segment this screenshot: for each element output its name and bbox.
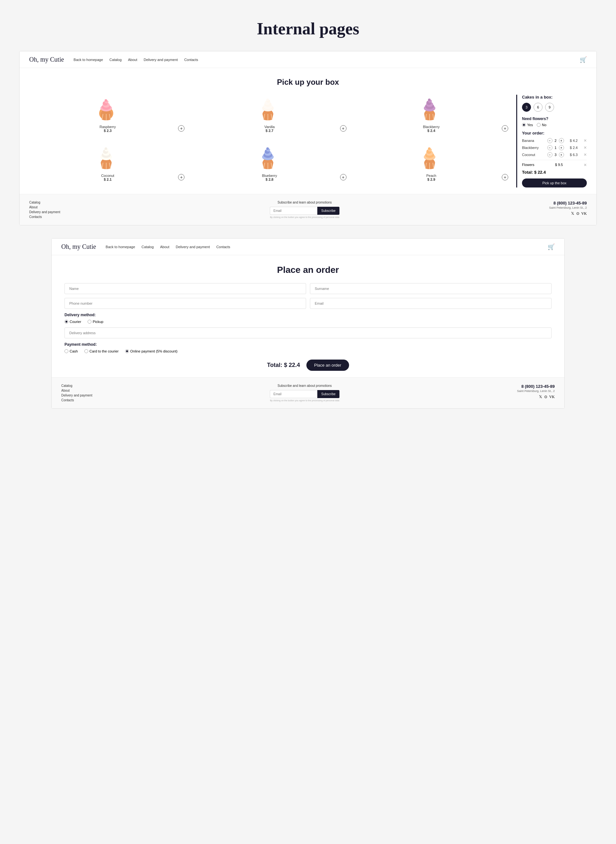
nav2-link-about[interactable]: About <box>160 245 169 249</box>
footer2-catalog[interactable]: Catalog <box>61 384 92 388</box>
footer-contacts[interactable]: Contacts <box>29 215 60 219</box>
product-image-peach <box>415 144 447 172</box>
qty-plus-blackberry[interactable]: + <box>559 145 564 150</box>
vk-icon-1[interactable]: VK <box>581 211 587 216</box>
count-btn-6[interactable]: 6 <box>534 103 543 112</box>
remove-coconut[interactable]: ✕ <box>584 153 587 157</box>
place-order-button[interactable]: Place an order <box>307 360 349 371</box>
mockup1-container: Oh, my Cutie Back to homepage Catalog Ab… <box>19 51 597 225</box>
remove-blackberry[interactable]: ✕ <box>584 146 587 150</box>
product-price-peach: $ 2.9 <box>427 178 435 181</box>
count-btn-9[interactable]: 9 <box>545 103 554 112</box>
product-name-peach: Peach <box>426 174 436 178</box>
qty-minus-coconut[interactable]: − <box>547 152 553 157</box>
nav2-link-delivery[interactable]: Delivery and payment <box>176 245 210 249</box>
payment-method-label: Payment method: <box>65 342 551 347</box>
delivery-courier[interactable]: Courier <box>65 320 81 323</box>
product-card-blackberry: Blackberry $ 2.4 + <box>353 95 510 139</box>
phone-input[interactable] <box>65 298 306 309</box>
footer-links-1: Catalog About Delivery and payment Conta… <box>29 201 60 219</box>
footer2-contacts[interactable]: Contacts <box>61 398 92 402</box>
delivery-address-input[interactable] <box>65 328 551 338</box>
nav-logo-1: Oh, my Cutie <box>29 56 64 63</box>
count-btn-3[interactable]: 3 <box>522 103 531 112</box>
qty-minus-blackberry[interactable]: − <box>547 145 553 150</box>
instagram-icon-1[interactable]: ⊙ <box>576 211 579 216</box>
surname-input[interactable] <box>310 283 551 294</box>
add-button-raspberry[interactable]: + <box>178 125 185 132</box>
payment-online[interactable]: Online payment (5% discount) <box>125 349 177 353</box>
product-name-vanilla: Vanilla <box>264 125 275 129</box>
flowers-yes-label: Yes <box>527 123 533 127</box>
payment-cash[interactable]: Cash <box>65 349 78 353</box>
instagram-icon-2[interactable]: ⊙ <box>544 394 547 399</box>
footer-social-1: 𝕏 ⊙ VK <box>549 211 587 216</box>
subscribe-btn-1[interactable]: Subscribe <box>317 207 339 215</box>
footer-social-2: 𝕏 ⊙ VK <box>517 394 555 399</box>
radio-dot-no <box>537 123 541 127</box>
remove-flowers[interactable]: ✕ <box>584 163 587 167</box>
email-input-order[interactable] <box>310 298 551 309</box>
nav-link-catalog[interactable]: Catalog <box>109 58 122 62</box>
nav-bar-2: Oh, my Cutie Back to homepage Catalog Ab… <box>52 238 564 255</box>
footer-catalog[interactable]: Catalog <box>29 201 60 204</box>
flowers-yes[interactable]: Yes <box>522 123 533 127</box>
radio-dot-cash <box>65 349 68 353</box>
order-item-name-blackberry: Blackberry <box>522 146 541 150</box>
footer2-about[interactable]: About <box>61 389 92 392</box>
nav-link-contacts[interactable]: Contacts <box>184 58 198 62</box>
flowers-no[interactable]: No <box>537 123 546 127</box>
svg-point-27 <box>428 99 431 101</box>
radio-dot-pickup <box>88 320 91 323</box>
add-button-peach[interactable]: + <box>502 174 508 181</box>
total-label: Total: <box>522 170 533 175</box>
twitter-icon-1[interactable]: 𝕏 <box>571 211 574 216</box>
footer2-delivery[interactable]: Delivery and payment <box>61 394 92 397</box>
footer-contact-2: 8 (800) 123-45-89 Saint Petersburg, Leni… <box>517 384 555 399</box>
cart-icon-2[interactable]: 🛒 <box>548 243 555 250</box>
payment-card[interactable]: Card to the courier <box>84 349 119 353</box>
svg-point-9 <box>104 99 107 102</box>
remove-banana[interactable]: ✕ <box>584 138 587 143</box>
total-row: Total: $ 22.4 Place an order <box>65 360 551 371</box>
nav2-link-contacts[interactable]: Contacts <box>216 245 230 249</box>
nav-link-back[interactable]: Back to homepage <box>73 58 103 62</box>
nav-link-delivery[interactable]: Delivery and payment <box>144 58 178 62</box>
nav2-link-back[interactable]: Back to homepage <box>106 245 135 249</box>
email-input-1[interactable] <box>270 207 317 215</box>
email-input-2[interactable] <box>270 390 317 398</box>
cake-count-options: 3 6 9 <box>522 103 587 112</box>
product-price-vanilla: $ 2.7 <box>265 129 273 132</box>
order-item-price-coconut: $ 6.3 <box>570 153 578 157</box>
footer-notice-1: By clicking on the button you agree to t… <box>270 216 339 218</box>
footer-about[interactable]: About <box>29 206 60 209</box>
product-price-blueberry: $ 2.8 <box>265 178 273 181</box>
add-button-blueberry[interactable]: + <box>340 174 346 181</box>
footer-phone-2: 8 (800) 123-45-89 <box>517 384 555 389</box>
radio-dot-card <box>84 349 88 353</box>
qty-plus-coconut[interactable]: + <box>559 152 564 157</box>
footer-address-2: Saint Petersburg, Lenin St., 2 <box>517 390 555 393</box>
qty-plus-banana[interactable]: + <box>559 138 564 143</box>
nav-bar-1: Oh, my Cutie Back to homepage Catalog Ab… <box>19 51 597 68</box>
pickup-button[interactable]: Pick up the box <box>522 178 587 187</box>
nav2-link-catalog[interactable]: Catalog <box>141 245 154 249</box>
page-title: Internal pages <box>0 19 616 38</box>
cart-icon-1[interactable]: 🛒 <box>580 56 587 63</box>
add-button-vanilla[interactable]: + <box>340 125 346 132</box>
nav-link-about[interactable]: About <box>128 58 137 62</box>
twitter-icon-2[interactable]: 𝕏 <box>539 394 542 399</box>
footer-delivery[interactable]: Delivery and payment <box>29 210 60 214</box>
email-subscribe-row-1: Subscribe <box>270 207 339 215</box>
subscribe-btn-2[interactable]: Subscribe <box>317 390 339 398</box>
delivery-pickup[interactable]: Pickup <box>88 320 103 323</box>
add-button-blackberry[interactable]: + <box>502 125 508 132</box>
radio-dot-yes <box>522 123 526 127</box>
add-button-coconut[interactable]: + <box>178 174 185 181</box>
vk-icon-2[interactable]: VK <box>549 394 555 399</box>
product-image-blackberry <box>415 95 447 124</box>
delivery-method-options: Courier Pickup <box>65 320 551 323</box>
qty-minus-banana[interactable]: − <box>547 138 553 143</box>
svg-point-54 <box>428 147 431 150</box>
name-input[interactable] <box>65 283 306 294</box>
